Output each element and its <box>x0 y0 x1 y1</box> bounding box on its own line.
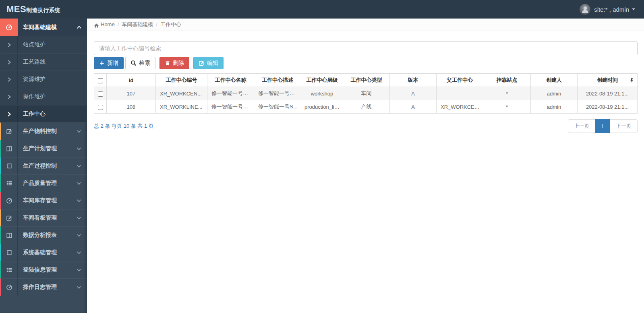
pagination: 上一页 1 下一页 <box>568 119 638 133</box>
top-navbar: MES制造执行系统 site:* , admin <box>0 0 644 19</box>
tachometer-icon <box>1 279 18 296</box>
brand-primary: MES <box>6 4 26 14</box>
book-icon <box>1 244 18 261</box>
col-code: 工作中心编号 <box>156 74 207 87</box>
plus-icon <box>99 60 105 66</box>
sidebar-item-production-process-control[interactable]: 生产过程控制 <box>0 157 87 174</box>
user-avatar <box>580 4 590 15</box>
sidebar-submenu: 站点维护 工艺路线 资源维护 操作维护 工作中心 <box>0 36 87 122</box>
chevron-down-icon <box>71 192 87 209</box>
chevron-down-icon <box>71 227 87 244</box>
chevron-right-icon <box>1 106 18 122</box>
edit-icon <box>1 123 18 140</box>
book-icon <box>1 158 18 174</box>
pagination-summary: 总 2 条 每页 10 条 共 1 页 <box>94 122 154 130</box>
pin-icon[interactable] <box>629 77 634 83</box>
page-1-button[interactable]: 1 <box>595 119 610 133</box>
chevron-down-icon <box>71 158 87 174</box>
chevron-down-icon <box>71 175 87 192</box>
sidebar-item-product-quality-management[interactable]: 产品质量管理 <box>0 174 87 192</box>
delete-button[interactable]: 删除 <box>159 57 189 69</box>
sidebar-item-work-center[interactable]: 工作中心 <box>0 105 87 122</box>
sidebar-item-process-route[interactable]: 工艺路线 <box>0 53 87 70</box>
edit-button[interactable]: 编辑 <box>193 57 224 69</box>
table-footer: 总 2 条 每页 10 条 共 1 页 上一页 1 下一页 <box>94 119 638 133</box>
col-name: 工作中心名称 <box>207 74 254 87</box>
edit-icon <box>199 60 205 66</box>
chevron-right-icon <box>1 36 18 53</box>
breadcrumb-home[interactable]: Home <box>101 21 115 27</box>
search-input[interactable] <box>94 41 638 55</box>
breadcrumb-current: 工作中心 <box>160 21 181 27</box>
chevron-down-icon <box>71 261 87 278</box>
sidebar-item-operation-log-management[interactable]: 操作日志管理 <box>0 278 87 296</box>
breadcrumb: Home/车间基础建模/工作中心 <box>87 19 644 31</box>
col-description: 工作中心描述 <box>254 74 301 87</box>
header-select-all <box>94 74 107 87</box>
chevron-right-icon <box>1 88 18 105</box>
search-icon <box>130 60 137 66</box>
chevron-right-icon <box>1 54 18 70</box>
tachometer-icon <box>0 19 18 36</box>
sidebar-item-data-analysis-report[interactable]: 数据分析报表 <box>0 226 87 244</box>
toolbar: 新增 检索 删除 编辑 <box>94 57 638 69</box>
app-logo[interactable]: MES制造执行系统 <box>0 4 60 15</box>
person-icon <box>581 5 590 14</box>
col-type: 工作中心类型 <box>343 74 390 87</box>
trash-icon <box>165 60 170 66</box>
col-parent: 父工作中心 <box>437 74 483 87</box>
sidebar-item-workshop-kanban-management[interactable]: 车间看板管理 <box>0 209 87 226</box>
chevron-down-icon <box>71 244 87 261</box>
row-select-checkbox[interactable] <box>98 105 103 110</box>
home-icon <box>94 23 99 28</box>
breadcrumb-workshop-modeling[interactable]: 车间基础建模 <box>122 21 153 27</box>
caret-down-icon <box>632 8 635 10</box>
chevron-down-icon <box>71 140 87 157</box>
search-button[interactable]: 检索 <box>125 57 155 69</box>
chevron-down-icon <box>71 279 87 296</box>
sidebar-item-system-basic-management[interactable]: 系统基础管理 <box>0 244 87 261</box>
list-icon <box>1 261 18 278</box>
columns-icon <box>1 227 18 244</box>
list-icon <box>1 175 18 192</box>
col-version: 版本 <box>390 74 437 87</box>
sidebar-item-resource-maintenance[interactable]: 资源维护 <box>0 70 87 88</box>
sidebar-item-login-info-management[interactable]: 登陆信息管理 <box>0 261 87 278</box>
sidebar-item-operation-maintenance[interactable]: 操作维护 <box>0 88 87 105</box>
sidebar-item-workshop-modeling[interactable]: 车间基础建模 <box>0 19 87 36</box>
edit-icon <box>1 209 18 226</box>
col-create-time: 创建时间 <box>578 74 638 87</box>
next-page-button[interactable]: 下一页 <box>610 119 638 133</box>
user-label: site:* , admin <box>594 6 629 13</box>
add-button[interactable]: 新增 <box>94 57 124 69</box>
main-content: Home/车间基础建模/工作中心 新增 检索 删除 编辑 <box>87 19 644 313</box>
tachometer-icon <box>1 192 18 209</box>
chevron-down-icon <box>71 209 87 226</box>
col-creator: 创建人 <box>531 74 578 87</box>
row-select-checkbox[interactable] <box>98 91 103 97</box>
sidebar-item-workshop-inventory-management[interactable]: 车间库存管理 <box>0 192 87 209</box>
sidebar-nav: 车间基础建模 站点维护 工艺路线 资源维护 操作维护 工作中心 生产物料控制 <box>0 19 87 313</box>
brand-secondary: 制造执行系统 <box>26 7 60 13</box>
chevron-up-icon <box>71 19 87 36</box>
sidebar-item-station-maintenance[interactable]: 站点维护 <box>0 36 87 53</box>
table-row: 108 XR_WORKLINE... 修一智能一号S... 修一智能一号S...… <box>94 100 638 114</box>
col-id: id <box>107 74 156 87</box>
columns-icon <box>1 140 18 157</box>
work-center-table: id 工作中心编号 工作中心名称 工作中心描述 工作中心层级 工作中心类型 版本… <box>94 73 638 114</box>
chevron-right-icon <box>1 71 18 88</box>
table-row: 107 XR_WORKCEN... 修一智能一号车间 修一智能一号车间 work… <box>94 87 638 100</box>
col-station: 挂靠站点 <box>483 74 531 87</box>
select-all-checkbox[interactable] <box>98 78 103 83</box>
col-level: 工作中心层级 <box>301 74 343 87</box>
prev-page-button[interactable]: 上一页 <box>568 119 596 133</box>
user-menu[interactable]: site:* , admin <box>580 4 644 15</box>
sidebar-item-production-plan-management[interactable]: 生产计划管理 <box>0 140 87 157</box>
chevron-down-icon <box>71 123 87 140</box>
table-header-row: id 工作中心编号 工作中心名称 工作中心描述 工作中心层级 工作中心类型 版本… <box>94 74 638 87</box>
sidebar-item-production-material-control[interactable]: 生产物料控制 <box>0 122 87 140</box>
